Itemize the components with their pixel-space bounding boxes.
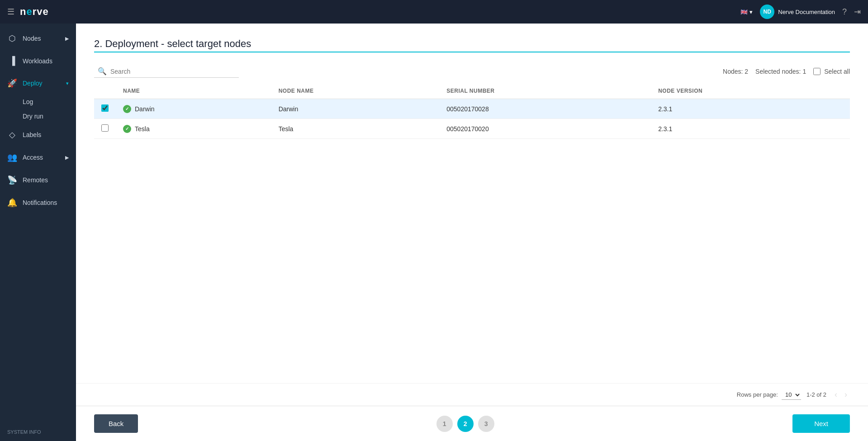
access-icon: 👥 [7, 152, 17, 162]
nodes-arrow-icon: ▶ [65, 36, 69, 42]
workloads-icon: ▐ [7, 56, 17, 66]
sidebar-label-log: Log [23, 98, 33, 105]
notifications-icon: 🔔 [7, 198, 17, 208]
pagination-bar: Rows per page: 10 25 50 1-2 of 2 ‹ › [76, 383, 868, 406]
col-name: NAME [116, 83, 271, 99]
sidebar-item-workloads[interactable]: ▐ Workloads [0, 50, 76, 72]
row-version: 2.3.1 [651, 119, 850, 139]
col-version: NODE VERSION [651, 83, 850, 99]
logout-icon[interactable]: ⇥ [854, 7, 861, 17]
prev-page-button[interactable]: ‹ [832, 389, 840, 400]
sidebar-item-nodes[interactable]: ⬡ Nodes ▶ [0, 27, 76, 50]
row-node-name: Tesla [271, 119, 440, 139]
remotes-icon: 📡 [7, 175, 17, 185]
sidebar-label-dry-run: Dry run [23, 113, 43, 120]
nodes-icon: ⬡ [7, 33, 17, 43]
row-version: 2.3.1 [651, 99, 850, 119]
sidebar-label-remotes: Remotes [23, 176, 48, 184]
deploy-arrow-icon: ▾ [66, 81, 69, 86]
select-all-control[interactable]: Select all [813, 68, 850, 75]
table-header: NAME NODE NAME SERIAL NUMBER NODE VERSIO… [94, 83, 850, 99]
page-range: 1-2 of 2 [806, 391, 826, 398]
step-indicator: 1 2 3 [436, 416, 494, 432]
col-checkbox [94, 83, 116, 99]
sidebar-item-access[interactable]: 👥 Access ▶ [0, 146, 76, 169]
help-icon[interactable]: ? [842, 7, 847, 17]
toolbar-right: Nodes: 2 Selected nodes: 1 Select all [723, 68, 850, 75]
header-left: ☰ nerve [7, 6, 49, 18]
header: ☰ nerve 🇬🇧 ▾ ND Nerve Documentation ? ⇥ [0, 0, 868, 24]
main-content-area: 2. Deployment - select target nodes 🔍 No… [76, 24, 868, 441]
nodes-table-element: NAME NODE NAME SERIAL NUMBER NODE VERSIO… [94, 83, 850, 139]
page-title: 2. Deployment - select target nodes [94, 38, 850, 52]
search-input[interactable] [110, 68, 235, 75]
sidebar-item-log[interactable]: Log [0, 95, 76, 109]
row-checkbox[interactable] [101, 124, 109, 132]
select-all-checkbox[interactable] [813, 68, 821, 75]
status-indicator [123, 105, 131, 113]
header-right: 🇬🇧 ▾ ND Nerve Documentation ? ⇥ [740, 5, 861, 19]
nodes-table: NAME NODE NAME SERIAL NUMBER NODE VERSIO… [94, 83, 850, 374]
sidebar-item-notifications[interactable]: 🔔 Notifications [0, 191, 76, 214]
node-display-name: Tesla [135, 125, 150, 133]
row-serial: 005020170028 [439, 99, 651, 119]
labels-icon: ◇ [7, 130, 17, 140]
node-display-name: Darwin [135, 105, 155, 113]
rows-per-page-label: Rows per page: [737, 391, 778, 398]
search-icon: 🔍 [98, 67, 107, 76]
sidebar-item-deploy[interactable]: 🚀 Deploy ▾ [0, 72, 76, 95]
table-row: Darwin Darwin 005020170028 2.3.1 [94, 99, 850, 119]
col-serial: SERIAL NUMBER [439, 83, 651, 99]
next-page-button[interactable]: › [842, 389, 850, 400]
back-button[interactable]: Back [94, 414, 138, 433]
search-box[interactable]: 🔍 [94, 65, 239, 78]
next-button[interactable]: Next [792, 414, 850, 433]
sidebar-item-labels[interactable]: ◇ Labels [0, 123, 76, 146]
status-indicator [123, 125, 131, 133]
bottom-bar: Back 1 2 3 Next [76, 406, 868, 441]
rows-per-page: Rows per page: 10 25 50 [737, 390, 801, 400]
step-3: 3 [478, 416, 494, 432]
row-checkbox-cell[interactable] [94, 99, 116, 119]
sidebar-item-dry-run[interactable]: Dry run [0, 109, 76, 123]
logo-text: nerve [20, 6, 49, 18]
flag-dropdown-arrow: ▾ [749, 9, 753, 15]
node-status: Tesla [123, 125, 264, 133]
row-serial: 005020170020 [439, 119, 651, 139]
sidebar-label-workloads: Workloads [23, 57, 52, 65]
rows-per-page-select[interactable]: 10 25 50 [782, 390, 801, 400]
row-checkbox[interactable] [101, 104, 109, 112]
layout: ⬡ Nodes ▶ ▐ Workloads 🚀 Deploy ▾ Log Dry… [0, 24, 868, 441]
select-all-label: Select all [824, 68, 850, 75]
row-checkbox-cell[interactable] [94, 119, 116, 139]
sidebar-label-access: Access [23, 154, 43, 161]
language-selector[interactable]: 🇬🇧 ▾ [740, 9, 753, 15]
row-name: Darwin [116, 99, 271, 119]
sidebar-label-labels: Labels [23, 131, 41, 138]
sidebar-label-deploy: Deploy [23, 80, 43, 87]
hamburger-icon[interactable]: ☰ [7, 7, 14, 17]
table-toolbar: 🔍 Nodes: 2 Selected nodes: 1 Select all [94, 65, 850, 78]
user-section: ND Nerve Documentation [760, 5, 835, 19]
access-arrow-icon: ▶ [65, 155, 69, 161]
main-content: 2. Deployment - select target nodes 🔍 No… [76, 24, 868, 383]
logo: nerve [20, 6, 49, 18]
step-1: 1 [436, 416, 453, 432]
page-navigation: ‹ › [832, 389, 850, 400]
sidebar: ⬡ Nodes ▶ ▐ Workloads 🚀 Deploy ▾ Log Dry… [0, 24, 76, 441]
sidebar-item-remotes[interactable]: 📡 Remotes [0, 169, 76, 191]
step-2: 2 [457, 416, 474, 432]
table-row: Tesla Tesla 005020170020 2.3.1 [94, 119, 850, 139]
selected-nodes-count: Selected nodes: 1 [755, 68, 806, 75]
row-node-name: Darwin [271, 99, 440, 119]
system-info: SYSTEM INFO [0, 423, 76, 441]
flag-icon: 🇬🇧 [740, 9, 748, 15]
col-node-name: NODE NAME [271, 83, 440, 99]
user-name: Nerve Documentation [778, 9, 835, 15]
nodes-count: Nodes: 2 [723, 68, 748, 75]
row-name: Tesla [116, 119, 271, 139]
deploy-icon: 🚀 [7, 78, 17, 88]
sidebar-label-notifications: Notifications [23, 199, 57, 206]
table-body: Darwin Darwin 005020170028 2.3.1 Tesla T… [94, 99, 850, 139]
avatar: ND [760, 5, 774, 19]
